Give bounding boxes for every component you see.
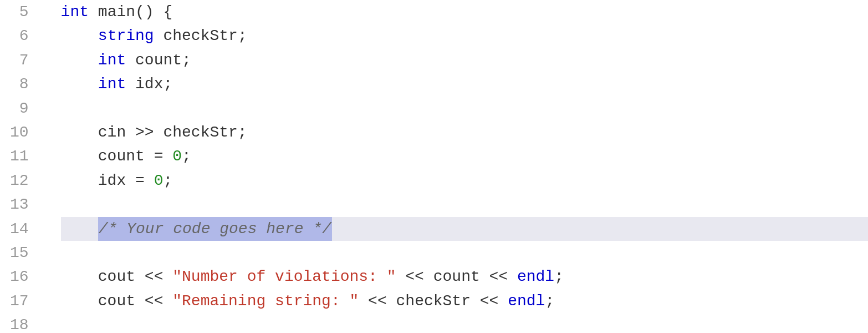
token-endl-17: endl [508,289,545,313]
line-num-12: 12 [10,169,35,193]
line-num-16: 16 [10,265,35,289]
token-cout-17: cout << [61,289,173,313]
token-string-6: string [98,24,154,48]
token-cout-16: cout << [61,265,173,289]
token-op-16: << count << [396,265,517,289]
token-idx-8: idx; [126,72,172,96]
token-op-17: << checkStr << [359,289,508,313]
code-line-15 [61,241,868,265]
token-semi-12: ; [163,169,172,193]
line-num-7: 7 [10,48,35,72]
code-line-13 [61,193,868,216]
line-num-15: 15 [10,241,35,265]
line-num-11: 11 [10,144,35,168]
code-line-7: int count; [61,48,868,72]
line-num-18: 18 [10,313,35,333]
line-num-14: 14 [10,217,35,241]
code-line-11: count = 0; [61,144,868,168]
token-semi-11: ; [182,144,191,168]
token-count-11: count = [61,144,173,168]
code-editor: 5 6 7 8 9 10 11 12 13 14 15 16 17 18 19 … [0,0,868,333]
token-indent-7 [61,48,98,72]
token-str-17: "Remaining string: " [172,289,359,313]
line-num-17: 17 [10,289,35,313]
token-str-16: "Number of violations: " [172,265,396,289]
code-line-18 [61,313,868,333]
token-int-8: int [98,72,126,96]
token-cin: cin >> checkStr; [61,120,247,144]
code-content[interactable]: int main() { string checkStr; int count;… [45,0,868,333]
line-numbers: 5 6 7 8 9 10 11 12 13 14 15 16 17 18 19 … [0,0,45,333]
token-count-7: count; [126,48,191,72]
token-int-5: int [61,0,89,24]
line-num-13: 13 [10,193,35,216]
token-int-7: int [98,48,126,72]
code-line-9 [61,97,868,120]
code-line-5: int main() { [61,0,868,24]
token-endl-16: endl [517,265,554,289]
token-indent-8 [61,72,98,96]
line-num-10: 10 [10,120,35,144]
code-line-16: cout << "Number of violations: " << coun… [61,265,868,289]
code-line-6: string checkStr; [61,24,868,48]
token-zero-12: 0 [154,169,164,193]
token-indent-6 [61,24,98,48]
code-line-14: /* Your code goes here */ [61,217,868,241]
token-semi-16: ; [554,265,564,289]
code-line-10: cin >> checkStr; [61,120,868,144]
code-line-17: cout << "Remaining string: " << checkStr… [61,289,868,313]
token-zero-11: 0 [172,144,182,168]
line-num-6: 6 [10,24,35,48]
code-line-12: idx = 0; [61,169,868,193]
line-num-8: 8 [10,72,35,96]
line-num-5: 5 [10,0,35,24]
token-idx-12: idx = [61,169,154,193]
line-num-9: 9 [10,97,35,120]
token-checkstr: checkStr; [154,24,247,48]
token-indent-14 [61,217,98,241]
code-line-8: int idx; [61,72,868,96]
token-main: main() { [89,0,172,24]
token-comment-14: /* Your code goes here */ [98,217,332,241]
token-semi-17: ; [545,289,554,313]
